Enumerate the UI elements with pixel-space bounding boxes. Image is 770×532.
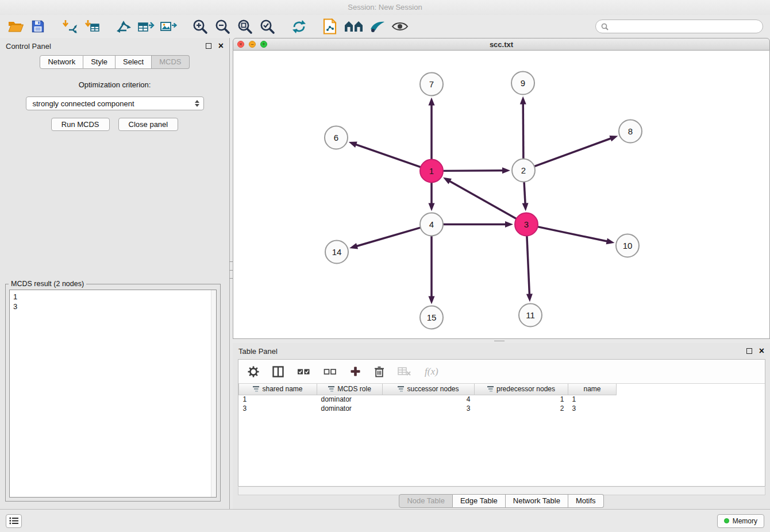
task-history-button[interactable] [6, 514, 22, 528]
graph-node-1[interactable]: 1 [420, 160, 443, 183]
graphics-details-button[interactable] [391, 17, 409, 36]
hide-all-columns-button[interactable] [324, 368, 337, 376]
mcds-result-title: MCDS result (2 nodes) [9, 280, 86, 288]
new-network-button[interactable] [115, 17, 132, 36]
column-header-name[interactable]: name [568, 384, 617, 395]
node-table: shared name MCDS role successor nodes pr… [238, 384, 617, 413]
graph-edge[interactable] [524, 182, 525, 204]
graph-node-11[interactable]: 11 [519, 304, 542, 327]
tab-mcds[interactable]: MCDS [152, 55, 189, 69]
network-canvas[interactable]: 7968124314101511 [233, 51, 770, 339]
criterion-dropdown[interactable]: strongly connected component [26, 97, 204, 110]
result-scrollbar[interactable] [211, 290, 216, 497]
table-cell[interactable]: 3 [239, 404, 317, 413]
graph-edge[interactable] [527, 236, 530, 295]
table-cell[interactable]: 4 [383, 395, 475, 404]
import-network-button[interactable] [61, 17, 78, 36]
network-window-titlebar[interactable]: × – + scc.txt [233, 38, 770, 51]
manage-styles-button[interactable] [322, 17, 339, 36]
run-mcds-button[interactable]: Run MCDS [51, 118, 110, 131]
column-header-successor-nodes[interactable]: successor nodes [383, 384, 475, 395]
graph-node-7[interactable]: 7 [420, 73, 443, 96]
search-field[interactable] [595, 20, 763, 33]
graph-node-3[interactable]: 3 [515, 213, 538, 236]
create-column-button[interactable] [350, 366, 361, 377]
table-cell[interactable]: 3 [383, 404, 475, 413]
refresh-button[interactable] [290, 17, 307, 36]
maximize-window-icon[interactable]: + [260, 41, 267, 48]
close-table-panel-icon[interactable]: × [759, 347, 764, 355]
show-hide-panels-button[interactable] [344, 17, 364, 36]
zoom-out-button[interactable] [214, 17, 231, 36]
graph-node-4[interactable]: 4 [420, 213, 443, 236]
graph-node-9[interactable]: 9 [511, 72, 534, 95]
table-cell[interactable]: 3 [568, 404, 617, 413]
gear-icon [248, 366, 259, 377]
tab-network[interactable]: Network [40, 55, 83, 69]
svg-text:10: 10 [623, 241, 633, 250]
show-all-columns-button[interactable] [297, 368, 310, 376]
trash-icon [374, 366, 384, 377]
tab-node-table[interactable]: Node Table [399, 494, 453, 508]
tab-select[interactable]: Select [116, 55, 152, 69]
tab-network-table[interactable]: Network Table [506, 494, 568, 508]
graph-node-15[interactable]: 15 [420, 306, 443, 329]
zoom-fit-button[interactable] [236, 17, 253, 36]
close-window-icon[interactable]: × [237, 41, 244, 48]
graph-edge[interactable] [538, 227, 608, 242]
tab-motifs[interactable]: Motifs [568, 494, 604, 508]
tab-style[interactable]: Style [83, 55, 116, 69]
table-cell[interactable]: 2 [475, 404, 568, 413]
select-columns-button[interactable] [272, 366, 284, 377]
close-panel-button[interactable]: Close panel [118, 118, 179, 131]
table-cell[interactable]: dominator [317, 395, 383, 404]
table-cell[interactable]: 1 [475, 395, 568, 404]
paintbrush-icon [369, 20, 386, 33]
close-panel-icon[interactable]: × [218, 42, 224, 50]
graph-edge[interactable] [356, 228, 421, 246]
network-view-window: × – + scc.txt 7968124314101511 [233, 38, 770, 339]
zoom-selected-button[interactable] [259, 17, 276, 36]
graph-node-14[interactable]: 14 [325, 241, 348, 264]
zoom-in-button[interactable] [191, 17, 209, 36]
table-settings-button[interactable] [248, 366, 259, 377]
network-graph[interactable]: 7968124314101511 [233, 51, 769, 338]
export-image-button[interactable] [160, 17, 177, 36]
graph-edge[interactable] [449, 181, 516, 219]
delete-column-button[interactable] [374, 366, 384, 377]
houses-icon [344, 20, 364, 33]
import-table-icon [84, 20, 100, 33]
float-panel-button[interactable] [206, 43, 211, 49]
table-cell[interactable]: 1 [239, 395, 317, 404]
graph-node-8[interactable]: 8 [619, 120, 642, 143]
tab-edge-table[interactable]: Edge Table [453, 494, 506, 508]
graph-node-2[interactable]: 2 [512, 159, 535, 182]
graph-edge[interactable] [534, 138, 611, 167]
graph-edge-arrowhead [505, 221, 513, 228]
export-table-button[interactable] [137, 17, 155, 36]
open-session-button[interactable] [7, 17, 24, 36]
apply-style-button[interactable] [369, 17, 386, 36]
column-header-predecessor-nodes[interactable]: predecessor nodes [475, 384, 568, 395]
float-table-panel-button[interactable] [746, 348, 752, 354]
table-row[interactable]: 1dominator411 [239, 395, 617, 404]
table-row[interactable]: 3dominator323 [239, 404, 617, 413]
table-cell[interactable]: dominator [317, 404, 383, 413]
column-header-shared-name[interactable]: shared name [239, 384, 317, 395]
import-table-button[interactable] [83, 17, 101, 36]
memory-button[interactable]: Memory [717, 514, 764, 528]
graph-node-6[interactable]: 6 [325, 126, 348, 149]
unchecked-boxes-icon [324, 368, 337, 376]
minimize-window-icon[interactable]: – [249, 41, 256, 48]
table-cell[interactable]: 1 [568, 395, 617, 404]
save-session-button[interactable] [29, 17, 47, 36]
graph-edge[interactable] [443, 171, 503, 171]
style-document-icon [323, 18, 338, 34]
graph-edge[interactable] [523, 103, 523, 159]
svg-text:14: 14 [332, 247, 342, 257]
graph-edge[interactable] [355, 144, 421, 167]
column-header-mcds-role[interactable]: MCDS role [317, 384, 383, 395]
graph-node-10[interactable]: 10 [616, 234, 639, 257]
search-input[interactable] [611, 22, 757, 31]
mcds-result-box[interactable]: 1 3 [9, 290, 217, 498]
